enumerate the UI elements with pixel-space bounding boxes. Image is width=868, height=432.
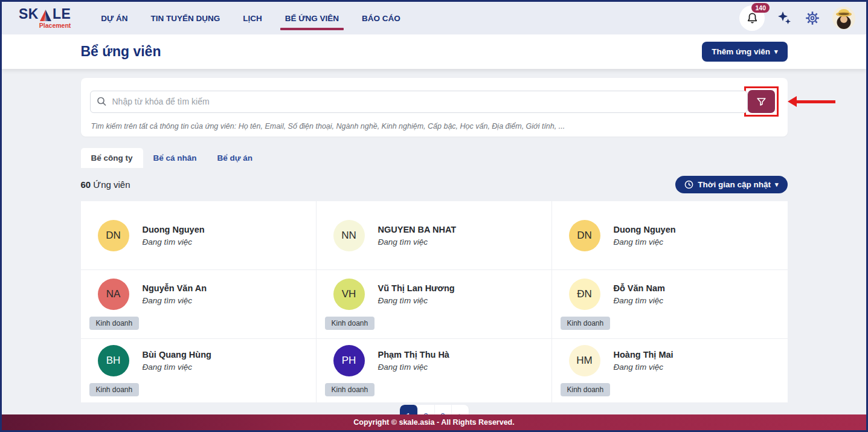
pagination: 123›	[400, 405, 469, 414]
candidate-info: Duong NguyenĐang tìm việc	[614, 225, 676, 247]
top-navbar: SK LE Placement DỰ ÁNTIN TUYỂN DỤNGLỊCHB…	[2, 2, 866, 34]
nav-item[interactable]: BỂ ỨNG VIÊN	[284, 2, 340, 34]
candidate-card[interactable]: BHBùi Quang HùngĐang tìm việcKinh doanh	[81, 339, 317, 402]
candidate-name: Nguyễn Văn An	[143, 283, 207, 293]
candidate-info: NGUYEN BA NHATĐang tìm việc	[378, 225, 457, 247]
candidate-info: Duong NguyenĐang tìm việc	[143, 225, 205, 247]
candidate-grid: DNDuong NguyenĐang tìm việcNNNGUYEN BA N…	[81, 201, 788, 402]
annotation-arrow	[788, 96, 835, 107]
candidate-name: Duong Nguyen	[143, 225, 205, 234]
candidate-status: Đang tìm việc	[614, 296, 665, 305]
candidate-info: Bùi Quang HùngĐang tìm việc	[143, 350, 211, 372]
tab[interactable]: Bể cá nhân	[143, 148, 207, 168]
candidate-card[interactable]: NANguyễn Văn AnĐang tìm việcKinh doanh	[81, 270, 317, 339]
candidate-info: Phạm Thị Thu HàĐang tìm việc	[378, 350, 449, 372]
candidate-avatar: ĐN	[569, 279, 600, 310]
candidate-status: Đang tìm việc	[614, 363, 674, 372]
search-panel: Tìm kiếm trên tất cả thông tin của ứng v…	[81, 78, 788, 137]
candidate-name: NGUYEN BA NHAT	[378, 225, 457, 234]
candidate-info: Hoàng Thị MaiĐang tìm việc	[614, 350, 674, 372]
main-nav: DỰ ÁNTIN TUYỂN DỤNGLỊCHBỂ ỨNG VIÊNBÁO CÁ…	[100, 2, 401, 34]
nav-item[interactable]: BÁO CÁO	[361, 2, 402, 34]
notification-badge: 140	[751, 3, 770, 13]
candidate-card[interactable]: ĐNĐỗ Văn NamĐang tìm việcKinh doanh	[552, 270, 788, 339]
candidate-card[interactable]: DNDuong NguyenĐang tìm việc	[552, 201, 788, 270]
candidate-row: VHVũ Thị Lan HươngĐang tìm việc	[325, 279, 543, 310]
candidate-status: Đang tìm việc	[378, 237, 457, 247]
brand-logo[interactable]: SK LE Placement	[19, 7, 71, 29]
candidate-card[interactable]: PHPhạm Thị Thu HàĐang tìm việcKinh doanh	[317, 339, 552, 402]
candidate-avatar: PH	[333, 345, 365, 376]
sort-button[interactable]: Thời gian cập nhật ▾	[675, 176, 787, 193]
candidate-card[interactable]: VHVũ Thị Lan HươngĐang tìm việcKinh doan…	[317, 270, 552, 339]
candidate-status: Đang tìm việc	[378, 296, 455, 305]
search-input[interactable]	[90, 91, 748, 113]
user-avatar[interactable]	[832, 7, 855, 30]
settings-button[interactable]	[805, 10, 820, 26]
candidate-tag: Kinh doanh	[561, 383, 611, 396]
candidate-name: Đỗ Văn Nam	[614, 283, 665, 293]
nav-item[interactable]: DỰ ÁN	[100, 2, 129, 34]
gear-icon	[805, 10, 820, 26]
filter-funnel-icon	[756, 96, 767, 108]
user-avatar-image	[832, 7, 855, 30]
filter-annotation-box	[744, 86, 779, 117]
candidate-info: Vũ Thị Lan HươngĐang tìm việc	[378, 283, 455, 305]
candidate-avatar: HM	[569, 345, 600, 376]
candidate-card[interactable]: NNNGUYEN BA NHATĐang tìm việc	[317, 201, 552, 270]
candidate-tag: Kinh doanh	[325, 317, 375, 330]
tab[interactable]: Bể công ty	[81, 148, 143, 168]
add-candidate-button[interactable]: Thêm ứng viên ▾	[702, 42, 787, 62]
candidate-tag: Kinh doanh	[89, 317, 140, 330]
candidate-name: Vũ Thị Lan Hương	[378, 283, 455, 293]
candidate-info: Đỗ Văn NamĐang tìm việc	[614, 283, 665, 305]
search-helper-text: Tìm kiếm trên tất cả thông tin của ứng v…	[90, 122, 779, 131]
candidate-status: Đang tìm việc	[378, 363, 449, 372]
list-header: 60 Ứng viên Thời gian cập nhật ▾	[81, 176, 788, 193]
candidate-name: Hoàng Thị Mai	[614, 350, 674, 359]
candidate-status: Đang tìm việc	[143, 296, 207, 305]
notifications-button[interactable]: 140	[739, 5, 765, 31]
ai-sparkles-button[interactable]	[777, 10, 792, 26]
candidate-avatar: BH	[98, 345, 129, 376]
candidate-card[interactable]: DNDuong NguyenĐang tìm việc	[81, 201, 317, 270]
page-button[interactable]: 2	[418, 405, 435, 414]
pool-tabs: Bể công tyBể cá nhânBể dự án	[81, 148, 788, 168]
candidate-status: Đang tìm việc	[143, 237, 205, 247]
candidate-avatar: NA	[98, 279, 129, 310]
footer: Copyright © skale.asia - All Rights Rese…	[2, 414, 866, 430]
filter-button[interactable]	[748, 90, 775, 113]
candidate-row: PHPhạm Thị Thu HàĐang tìm việc	[325, 345, 543, 376]
page-button[interactable]: 1	[400, 405, 418, 414]
candidate-count: 60 Ứng viên	[81, 179, 130, 190]
tab[interactable]: Bể dự án	[207, 148, 263, 168]
candidate-row: NNNGUYEN BA NHATĐang tìm việc	[325, 220, 543, 251]
caret-down-icon: ▾	[775, 181, 779, 189]
candidate-avatar: VH	[333, 279, 365, 310]
logo-text-right: LE	[53, 7, 71, 21]
candidate-tag: Kinh doanh	[561, 317, 611, 330]
page-button[interactable]: 3	[435, 405, 452, 414]
search-icon	[97, 97, 107, 107]
nav-item[interactable]: TIN TUYỂN DỤNG	[150, 2, 222, 34]
logo-text-left: SK	[19, 7, 39, 21]
clock-icon	[684, 180, 693, 189]
candidate-row: HMHoàng Thị MaiĐang tìm việc	[561, 345, 779, 376]
candidate-avatar: DN	[98, 220, 129, 251]
candidate-tag: Kinh doanh	[325, 383, 375, 396]
logo-triangle-icon	[39, 10, 52, 21]
candidate-row: DNDuong NguyenĐang tìm việc	[89, 220, 307, 251]
candidate-status: Đang tìm việc	[614, 237, 676, 247]
candidate-row: ĐNĐỗ Văn NamĐang tìm việc	[561, 279, 779, 310]
candidate-row: DNDuong NguyenĐang tìm việc	[561, 220, 779, 251]
main-content: Tìm kiếm trên tất cả thông tin của ứng v…	[2, 69, 866, 414]
page-header: Bể ứng viên Thêm ứng viên ▾	[2, 34, 866, 69]
candidate-card[interactable]: HMHoàng Thị MaiĐang tìm việcKinh doanh	[552, 339, 788, 402]
bell-icon	[745, 11, 759, 25]
candidate-name: Duong Nguyen	[614, 225, 676, 234]
next-page-button[interactable]: ›	[452, 405, 469, 414]
candidate-status: Đang tìm việc	[143, 363, 211, 372]
logo-subtitle: Placement	[39, 22, 71, 29]
nav-item[interactable]: LỊCH	[242, 2, 263, 34]
candidate-name: Phạm Thị Thu Hà	[378, 350, 449, 359]
